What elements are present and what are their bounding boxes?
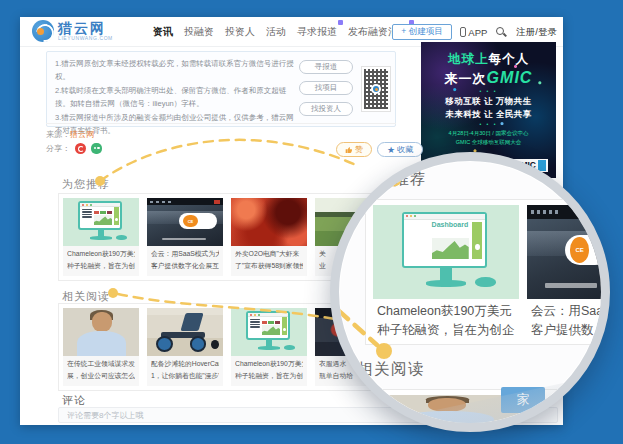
source-row: 来源：猎云网 (46, 129, 94, 140)
reprint-notice-box: 1.猎云网原创文章未经授权转载必究，如需转载请联系官方微信号进行授权。 2.转载… (46, 51, 396, 127)
banner-line4: 未来科技 让 全民共享 (445, 108, 532, 121)
article-title: Chameleon获190万美元种子轮融资，旨在为创企 (63, 246, 139, 276)
banner-line1: 地球上每个人 (448, 51, 529, 68)
article-thumbnail-chameleon: Dashboard (63, 198, 139, 246)
article-thumbnail-man (63, 308, 139, 356)
site-logo[interactable]: 猎云网 LIEYUNWANG.COM (32, 20, 113, 42)
logo-subtext: LIEYUNWANG.COM (58, 35, 113, 41)
qr-image (361, 66, 391, 112)
thumbs-up-icon (345, 146, 353, 154)
article-title: 外卖O2O电商"大虾来了"宣布获得58到家领投) (231, 246, 307, 276)
find-project-button[interactable]: 找项目 (299, 81, 353, 95)
source-label: 来源： (46, 130, 70, 139)
notice-line: 1.猎云网原创文章未经授权转载必究，如需转载请联系官方微信号进行授权。 (55, 57, 295, 84)
notification-badge (338, 20, 343, 25)
share-label: 分享： (46, 143, 70, 154)
banner-date: 4月28日-4月30日 / 国家会议中心 (449, 129, 529, 137)
notice-line: 2.转载时须在文章头部明确注明出处、保留官方微信、作者和原文超链接。如转自猎云网… (55, 84, 295, 111)
share-row: 分享： (46, 143, 102, 154)
star-icon: ★ (387, 145, 395, 155)
divider (46, 123, 396, 124)
banner-dots: • • • (479, 121, 497, 128)
banner-event-name: GMIC 全球移动互联网大会 (456, 138, 521, 146)
article-title: 会云：用SaaS模式为大客户提供数字化会展互动 (147, 246, 223, 276)
article-title: 在传统工业领域谋求发展，创业公司应该怎么 (63, 356, 139, 386)
notice-text: 1.猎云网原创文章未经授权转载必究，如需转载请联系官方微信号进行授权。 2.转载… (55, 57, 295, 137)
banner-dots: • • • (479, 88, 497, 95)
nav-item-investors[interactable]: 投资人 (225, 25, 255, 39)
like-button[interactable]: 赞 (336, 142, 372, 157)
wechat-qr-code (361, 60, 391, 118)
article-title: Chameleon获190万美元种子轮融资，旨在为创企 (231, 356, 307, 386)
seek-report-button[interactable]: 寻报道 (299, 60, 353, 74)
nav-item-seek-coverage[interactable]: 寻求报道 (297, 25, 337, 39)
screenshot-stage: 猎云网 LIEYUNWANG.COM 资讯 投融资 投资人 活动 寻求报道 发布… (0, 0, 623, 444)
related-section-title: 相关阅读 (62, 289, 110, 304)
article-card[interactable]: 在传统工业领域谋求发展，创业公司应该怎么 (63, 308, 139, 386)
search-icon[interactable] (496, 27, 507, 38)
register-login-link[interactable]: 注册/登录 (516, 26, 557, 39)
nav-item-news[interactable]: 资讯 (153, 25, 173, 39)
notice-buttons: 寻报道 找项目 找投资人 (299, 60, 353, 116)
article-thumbnail-expo: CE (147, 198, 223, 246)
article-card[interactable]: Dashboard Chameleon获190万美元种子轮融资，旨在为创企 (231, 308, 307, 386)
app-download-link[interactable]: APP (460, 27, 487, 38)
article-card[interactable]: 配备沙滩轮的HoverCar1，让你躺着也能"漫步"沙 (147, 308, 223, 386)
logo-text: 猎云网 (58, 21, 113, 35)
article-thumbnail-chameleon: Dashboard (231, 308, 307, 356)
find-investor-button[interactable]: 找投资人 (299, 102, 353, 116)
article-card[interactable]: 外卖O2O电商"大虾来了"宣布获得58到家领投) (231, 198, 307, 276)
article-card[interactable]: Dashboard Chameleon获190万美元种子轮融资，旨在为创企 (63, 198, 139, 276)
wechat-share-icon[interactable] (91, 143, 102, 154)
weibo-share-icon[interactable] (75, 143, 86, 154)
nav-item-investment[interactable]: 投融资 (184, 25, 214, 39)
lieyun-logo-icon (32, 20, 54, 42)
recommend-section-title: 为您推荐 (62, 177, 110, 192)
phone-icon (460, 27, 466, 37)
comments-title: 评论 (62, 393, 86, 408)
article-card[interactable]: CE 会云：用SaaS模式为大客户提供数字化会展互动 (147, 198, 223, 276)
qr-center-logo (371, 84, 381, 94)
create-project-button[interactable]: + 创建项目 (392, 24, 452, 40)
favorite-button[interactable]: ★ 收藏 (377, 142, 423, 157)
article-thumbnail-crayfish (231, 198, 307, 246)
source-link[interactable]: 猎云网 (70, 130, 94, 139)
article-title: 配备沙滩轮的HoverCar1，让你躺着也能"漫步"沙 (147, 356, 223, 386)
banner-line2: 来一次GMIC (445, 69, 533, 88)
nav-item-events[interactable]: 活动 (266, 25, 286, 39)
article-thumbnail-hovercar (147, 308, 223, 356)
magnifier-lens: 为您推荐 Dashboard Chameleon获190万美元 种子轮融资，旨在… (330, 152, 610, 432)
banner-line3: 移动互联 让 万物共生 (445, 95, 532, 108)
